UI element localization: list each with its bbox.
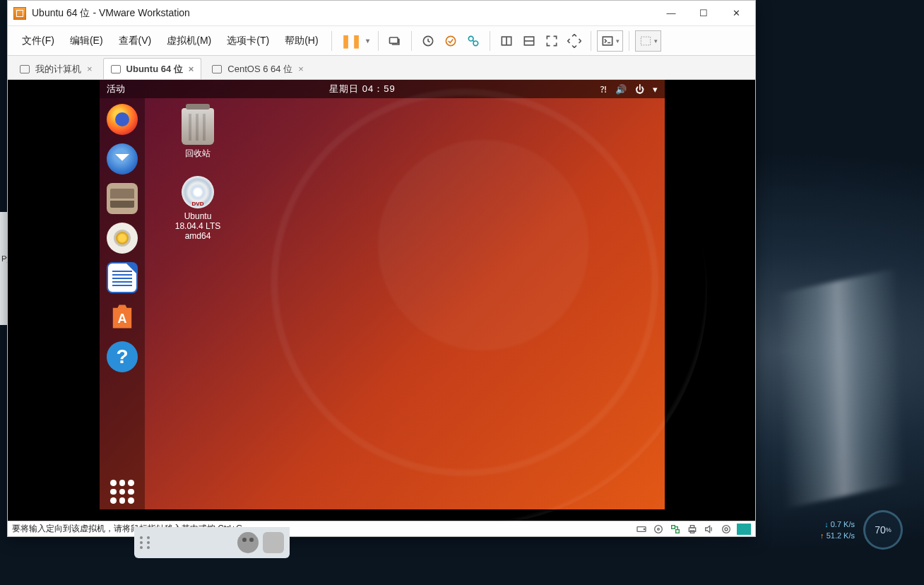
svg-point-13 xyxy=(655,525,663,533)
clock[interactable]: 星期日 04：59 xyxy=(125,83,600,95)
svg-rect-16 xyxy=(676,529,680,533)
close-button[interactable]: ✕ xyxy=(720,3,752,24)
vmware-icon xyxy=(13,7,26,20)
status-message: 要将输入定向到该虚拟机，请将鼠标指针移入其中或按 Ctrl+G。 xyxy=(12,523,631,535)
network-adapter-icon[interactable] xyxy=(669,524,682,535)
tab-ubuntu[interactable]: Ubuntu 64 位 × xyxy=(103,58,202,79)
vm-icon xyxy=(212,65,222,73)
menu-file[interactable]: 文件(F) xyxy=(15,32,61,50)
libreoffice-writer-icon[interactable] xyxy=(107,262,138,293)
firefox-icon[interactable] xyxy=(107,104,138,135)
activities-button[interactable]: 活动 xyxy=(107,83,125,95)
menu-view[interactable]: 查看(V) xyxy=(112,32,159,50)
svg-rect-9 xyxy=(603,37,612,45)
pause-vm-button[interactable]: ❚❚ xyxy=(338,30,372,52)
desktop-area[interactable]: 回收站 Ubuntu 18.04.4 LTS amd64 xyxy=(145,98,665,509)
icon-label-line2: 18.04.4 LTS xyxy=(162,221,233,231)
fullscreen-button[interactable] xyxy=(541,30,562,52)
vm-icon xyxy=(111,65,121,73)
message-log-icon[interactable] xyxy=(737,524,751,535)
host-taskbar-fragment[interactable] xyxy=(134,527,290,558)
menu-vm[interactable]: 虚拟机(M) xyxy=(160,32,218,50)
host-network-indicator[interactable]: 0.7 K/s 51.2 K/s 70% xyxy=(820,510,903,550)
tab-my-computer[interactable]: 我的计算机 × xyxy=(12,58,100,79)
console-view-button[interactable]: ▾ xyxy=(597,30,623,52)
close-tab-icon[interactable]: × xyxy=(189,64,194,74)
help-icon[interactable]: ? xyxy=(107,341,138,372)
net-percent-gauge: 70% xyxy=(863,510,903,550)
icon-label-line1: Ubuntu xyxy=(162,211,233,221)
maximize-button[interactable]: ☐ xyxy=(687,3,720,24)
svg-point-4 xyxy=(473,41,478,46)
tab-bar: 我的计算机 × Ubuntu 64 位 × CentOS 6 64 位 × xyxy=(8,56,755,80)
svg-point-20 xyxy=(723,525,730,533)
svg-point-12 xyxy=(644,528,644,529)
view-split-button[interactable] xyxy=(519,30,540,52)
sound-icon[interactable] xyxy=(703,524,716,535)
upload-speed: 51.2 K/s xyxy=(820,530,855,542)
computer-icon xyxy=(20,65,30,73)
snapshot-revert-button[interactable] xyxy=(440,30,461,52)
network-icon[interactable]: ⁈ xyxy=(600,84,607,95)
host-app-icon[interactable] xyxy=(263,532,284,553)
usb-icon[interactable] xyxy=(720,524,733,535)
gnome-dock: ? xyxy=(100,98,145,509)
download-speed: 0.7 K/s xyxy=(820,519,855,531)
snapshot-manager-button[interactable] xyxy=(463,30,484,52)
tab-label: 我的计算机 xyxy=(35,63,81,76)
close-tab-icon[interactable]: × xyxy=(298,64,304,74)
menubar: 文件(F) 编辑(E) 查看(V) 虚拟机(M) 选项卡(T) 帮助(H) ❚❚… xyxy=(8,26,755,56)
icon-label-line3: amd64 xyxy=(162,231,233,241)
send-cad-button[interactable] xyxy=(384,30,405,52)
menu-edit[interactable]: 编辑(E) xyxy=(63,32,110,50)
tab-label: CentOS 6 64 位 xyxy=(227,63,292,76)
unity-button[interactable] xyxy=(564,30,585,52)
system-tray[interactable]: ⁈ 🔊 ⏻ ▾ xyxy=(600,84,658,95)
power-icon[interactable]: ⏻ xyxy=(635,84,644,95)
thunderbird-icon[interactable] xyxy=(107,143,138,175)
gnome-top-bar: 活动 星期日 04：59 ⁈ 🔊 ⏻ ▾ xyxy=(100,80,665,98)
window-title: Ubuntu 64 位 - VMware Workstation xyxy=(32,7,190,20)
vm-display[interactable]: 活动 星期日 04：59 ⁈ 🔊 ⏻ ▾ ? xyxy=(8,80,755,521)
trash-icon[interactable]: 回收站 xyxy=(162,108,233,160)
titlebar[interactable]: Ubuntu 64 位 - VMware Workstation — ☐ ✕ xyxy=(8,1,755,26)
chevron-down-icon[interactable]: ▾ xyxy=(653,84,658,95)
volume-icon[interactable]: 🔊 xyxy=(615,84,627,95)
hard-disk-icon[interactable] xyxy=(635,524,648,535)
vmware-window: Ubuntu 64 位 - VMware Workstation — ☐ ✕ 文… xyxy=(7,0,756,537)
printer-icon[interactable] xyxy=(686,524,699,535)
stretch-guest-button[interactable]: ▾ xyxy=(635,30,661,52)
menu-help[interactable]: 帮助(H) xyxy=(278,32,325,50)
svg-rect-15 xyxy=(672,525,675,528)
svg-point-21 xyxy=(725,528,728,531)
cd-icon[interactable] xyxy=(652,524,665,535)
svg-point-3 xyxy=(468,36,473,41)
svg-rect-18 xyxy=(690,525,694,527)
icon-label: 回收站 xyxy=(162,148,233,160)
tab-centos[interactable]: CentOS 6 64 位 × xyxy=(204,58,311,79)
svg-rect-0 xyxy=(389,37,398,43)
rhythmbox-icon[interactable] xyxy=(107,223,138,254)
view-single-button[interactable] xyxy=(496,30,517,52)
dvd-icon[interactable]: Ubuntu 18.04.4 LTS amd64 xyxy=(162,176,233,241)
show-applications-button[interactable] xyxy=(110,480,134,504)
svg-point-14 xyxy=(658,528,660,530)
ubuntu-software-icon[interactable] xyxy=(107,302,138,333)
ubuntu-desktop[interactable]: 活动 星期日 04：59 ⁈ 🔊 ⏻ ▾ ? xyxy=(100,80,665,509)
host-app-icon[interactable] xyxy=(237,532,259,553)
snapshot-button[interactable] xyxy=(417,30,439,52)
minimize-button[interactable]: — xyxy=(655,3,687,24)
svg-point-2 xyxy=(446,36,455,45)
status-bar: 要将输入定向到该虚拟机，请将鼠标指针移入其中或按 Ctrl+G。 xyxy=(8,521,755,536)
svg-rect-10 xyxy=(641,37,650,45)
files-icon[interactable] xyxy=(107,183,138,214)
menu-tabs[interactable]: 选项卡(T) xyxy=(220,32,276,50)
close-tab-icon[interactable]: × xyxy=(87,64,93,74)
tab-label: Ubuntu 64 位 xyxy=(126,63,183,76)
